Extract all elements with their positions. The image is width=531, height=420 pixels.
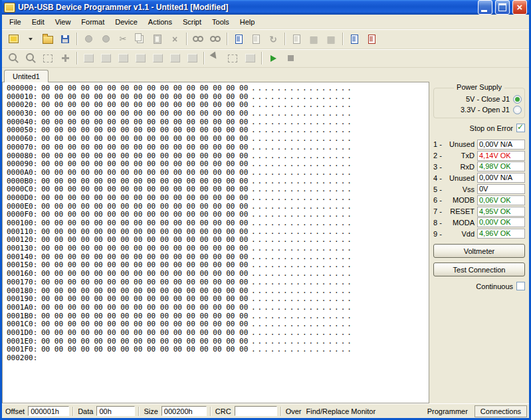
buffer-6-icon[interactable] (167, 51, 183, 66)
pin-row: 6 -MODB0,06V OK (433, 195, 525, 206)
checksum-icon[interactable] (306, 31, 322, 47)
size-field[interactable]: 000200h (161, 406, 207, 416)
status-divider (210, 407, 211, 416)
find-next-icon[interactable] (207, 31, 223, 47)
script-editor-icon[interactable] (231, 31, 247, 47)
buffer-7-icon[interactable] (184, 51, 200, 66)
fill-buffer-icon[interactable] (323, 31, 339, 47)
hex-ascii: ................ (251, 245, 354, 253)
hex-bytes: 00 00 00 00 00 00 00 00 00 00 00 00 00 0… (41, 304, 251, 312)
maximize-icon (498, 3, 506, 11)
hex-address: 000170: (7, 278, 41, 287)
run-script-icon[interactable] (265, 51, 281, 66)
paste-icon[interactable] (150, 31, 165, 47)
status-bar: Offset 000001h Data 00h Size 000200h CRC… (2, 403, 529, 418)
menu-item-edit[interactable]: Edit (27, 16, 50, 28)
programmer-chip-icon[interactable] (5, 31, 21, 47)
menu-item-device[interactable]: Device (110, 16, 143, 28)
pin-value: 0,00V N/A (477, 140, 525, 150)
pin-name: Vdd (445, 230, 477, 238)
status-tab-programmer[interactable]: Programmer (422, 406, 473, 417)
hex-row: 0001D0:00 00 00 00 00 00 00 00 00 00 00 … (7, 329, 429, 338)
menu-item-actions[interactable]: Actions (143, 16, 177, 28)
continuous-row[interactable]: Continuous (433, 280, 525, 292)
goto-address-icon[interactable] (57, 51, 73, 66)
stop-on-error-row[interactable]: Stop on Error (433, 122, 525, 134)
buffer-5-icon[interactable] (150, 51, 165, 66)
radio-button[interactable] (513, 106, 522, 114)
close-button[interactable] (512, 0, 527, 15)
edit-mode-icon[interactable] (242, 51, 258, 66)
minimize-icon (481, 10, 487, 12)
offset-field[interactable]: 000001h (28, 406, 69, 416)
cut-icon[interactable] (115, 31, 131, 47)
radio-button[interactable] (513, 95, 522, 104)
data-label: Data (76, 407, 94, 415)
status-tab-connections[interactable]: Connections (475, 405, 527, 417)
title-bar[interactable]: UPA-USB Device Programmer v1.1 - Untited… (2, 0, 529, 15)
pin-name: Unused (445, 174, 477, 182)
hex-row: 000000:00 00 00 00 00 00 00 00 00 00 00 … (7, 84, 429, 93)
test-connection-button[interactable]: Test Connection (433, 262, 525, 276)
menu-item-file[interactable]: File (4, 16, 27, 28)
status-tabs: ProgrammerConnections (421, 404, 527, 418)
maximize-button[interactable] (495, 0, 510, 15)
minimize-button[interactable] (478, 0, 492, 15)
pointer-icon[interactable] (207, 51, 223, 66)
pin-value: 0V (477, 184, 525, 194)
hex-address: 000000: (7, 84, 41, 93)
open-file-icon[interactable] (40, 31, 56, 47)
data-field[interactable]: 00h (96, 406, 135, 416)
hex-address: 000070: (7, 144, 41, 152)
hex-row: 0001A0:00 00 00 00 00 00 00 00 00 00 00 … (7, 304, 429, 312)
toolbar-separator (284, 33, 285, 45)
menu-item-tools[interactable]: Tools (207, 16, 235, 28)
save-icon[interactable] (57, 31, 73, 47)
select-range-icon[interactable] (225, 51, 241, 66)
tab-untited1[interactable]: Untited1 (4, 70, 49, 82)
menu-item-help[interactable]: Help (235, 16, 261, 28)
buffer-1-icon[interactable] (80, 51, 96, 66)
toolbar-main (2, 29, 529, 49)
select-block-icon[interactable] (40, 51, 56, 66)
power-option-1[interactable]: 5V - Close J1 (437, 94, 522, 104)
zoom-out-icon[interactable] (23, 51, 39, 66)
power-option-2[interactable]: 3.3V - Open J1 (437, 104, 522, 115)
chip-dropdown-icon[interactable] (23, 31, 39, 47)
toolbar-separator (76, 33, 77, 45)
device-info-icon[interactable] (346, 31, 362, 47)
continuous-checkbox[interactable] (516, 282, 525, 290)
pin-name: TxD (445, 152, 477, 159)
delete-icon[interactable] (167, 31, 183, 47)
read-device-icon[interactable] (80, 31, 96, 47)
pin-value: 4,98V OK (477, 161, 525, 171)
copy-icon[interactable] (132, 31, 148, 47)
status-divider (138, 407, 139, 416)
hex-address: 0000A0: (7, 169, 41, 177)
stop-script-icon[interactable] (282, 51, 298, 66)
hex-ascii: ................ (251, 270, 354, 278)
refresh-icon[interactable] (265, 31, 281, 47)
buffer-2-icon[interactable] (98, 51, 114, 66)
find-icon[interactable] (190, 31, 206, 47)
pin-row: 4 -Unused0,00V N/A (433, 172, 525, 183)
compare-icon[interactable] (288, 31, 304, 47)
hex-bytes: 00 00 00 00 00 00 00 00 00 00 00 00 00 0… (41, 219, 251, 228)
menu-item-view[interactable]: View (50, 16, 76, 28)
menu-item-script[interactable]: Script (177, 16, 207, 28)
new-window-icon[interactable] (248, 31, 264, 47)
zoom-in-icon[interactable] (5, 51, 21, 66)
pin-number: 6 - (433, 196, 445, 204)
continuous-label: Continuous (476, 282, 513, 290)
pin-value: 4,95V OK (477, 207, 525, 217)
buffer-3-icon[interactable] (115, 51, 131, 66)
stop-on-error-checkbox[interactable] (516, 124, 525, 132)
hex-ascii: ................ (251, 160, 354, 169)
hex-editor[interactable]: 000000:00 00 00 00 00 00 00 00 00 00 00 … (2, 82, 429, 403)
options-icon[interactable] (364, 31, 379, 47)
offset-label: Offset (4, 407, 26, 415)
menu-item-format[interactable]: Format (76, 16, 110, 28)
voltmeter-button[interactable]: Voltmeter (433, 244, 525, 258)
buffer-4-icon[interactable] (132, 51, 148, 66)
write-device-icon[interactable] (98, 31, 114, 47)
